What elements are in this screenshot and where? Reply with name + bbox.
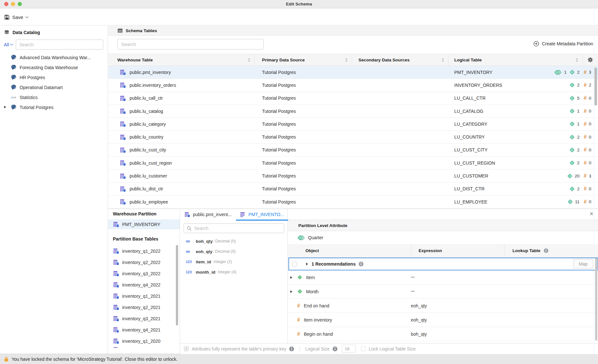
tab-warehouse-table[interactable]: public.pmt_invent... [180, 209, 236, 221]
grid-settings-button[interactable] [583, 54, 598, 66]
list-item[interactable]: 123 item_id : Integer (2) [180, 257, 287, 267]
sidebar-item-forecasting-dw[interactable]: Forecasting Data Warehouse [0, 62, 108, 72]
sort-arrows-icon[interactable] [575, 58, 578, 62]
list-item[interactable]: inventory_q1_2021 [108, 290, 180, 302]
list-item[interactable]: inventory_q4_2021 [108, 324, 180, 335]
create-metadata-partition-button[interactable]: Create Metadata Partition [533, 41, 593, 47]
sort-arrows-icon[interactable] [345, 58, 348, 62]
list-item[interactable]: inventory_q2_2021 [108, 302, 180, 313]
info-icon[interactable] [358, 261, 364, 267]
postgres-icon [11, 54, 17, 60]
table-row-inventory-orders[interactable]: public.inventory_orders Tutorial Postgre… [108, 79, 598, 92]
table-row-lu-customer[interactable]: public.lu_customer Tutorial Postgres LU_… [108, 169, 598, 182]
catalog-filter-value: All [4, 42, 9, 47]
column-name: eoh_qty [196, 249, 213, 254]
list-item[interactable]: 123 month_id : Integer (4) [180, 267, 287, 277]
sidebar-item-statistics[interactable]: Statistics [0, 92, 108, 102]
fact-hash-icon: # [584, 134, 587, 140]
object-name: Month [306, 289, 319, 294]
lock-logical-size-checkbox[interactable] [361, 346, 366, 351]
primary-key-checkbox[interactable]: ✓ [184, 346, 189, 351]
base-tables-scrollbar[interactable] [176, 245, 178, 325]
save-button[interactable]: Save [4, 13, 28, 21]
columns-search-input[interactable] [194, 226, 281, 231]
map-button[interactable]: Map [573, 259, 593, 268]
list-item[interactable]: inventory_q2_2022 [108, 257, 180, 268]
table-scrollbar[interactable] [594, 68, 597, 105]
list-item[interactable]: inventory_q1_2020 [108, 335, 180, 347]
sidebar-item-hr-postgres[interactable]: HR Postgres [0, 72, 108, 82]
attribute-diamond-icon [297, 289, 302, 294]
attribute-count: 2 [577, 148, 580, 152]
secondary-data-sources-cell [352, 144, 449, 156]
warehouse-table-name: public.lu_cust_city [130, 147, 166, 152]
info-icon[interactable] [289, 346, 294, 351]
sidebar-item-advanced-dw[interactable]: Advanced Data Warehousing War... [0, 52, 108, 62]
catalog-search-input[interactable] [16, 40, 103, 50]
fact-hash-icon: # [584, 121, 587, 127]
object-row-item-inventory[interactable]: # Item inventory eoh_qty [288, 313, 598, 327]
object-row-month[interactable]: Month ... [288, 285, 598, 299]
object-name: Begin on hand [304, 332, 333, 337]
list-item[interactable]: inventory_q3_2021 [108, 313, 180, 324]
sort-arrows-icon[interactable] [248, 58, 250, 62]
fact-count: 0 [589, 109, 591, 114]
table-row-lu-catalog[interactable]: public.lu_catalog Tutorial Postgres LU_C… [108, 105, 598, 118]
selected-partition-table[interactable]: PMT_INVENTORY [108, 219, 180, 229]
logical-size-input[interactable] [342, 345, 356, 353]
object-row-end-on-hand[interactable]: # End on hand eoh_qty [288, 299, 598, 313]
object-row-item[interactable]: Item ... [288, 270, 598, 285]
expand-caret-icon[interactable] [290, 276, 292, 279]
sort-arrows-icon[interactable] [441, 58, 444, 62]
list-item[interactable]: ∞ boh_qty : Decimal (0) [180, 236, 287, 246]
sidebar-item-tutorial-postgres[interactable]: Tutorial Postgres [0, 102, 108, 112]
divider [300, 346, 300, 351]
expand-caret-icon[interactable] [306, 263, 308, 265]
logical-table-name: INVENTORY_ORDERS [454, 83, 502, 88]
table-row-lu-call-ctr[interactable]: public.lu_call_ctr Tutorial Postgres LU_… [108, 92, 598, 105]
list-item[interactable]: inventory_q4_2022 [108, 279, 180, 290]
table-row-lu-cust-region[interactable]: public.lu_cust_region Tutorial Postgres … [108, 157, 598, 169]
data-catalog-title: Data Catalog [13, 30, 40, 35]
column-header-primary-data-source[interactable]: Primary Data Source [255, 54, 352, 66]
logical-table-name: LU_CUST_REGION [454, 160, 495, 166]
attribute-rows-scrollbar[interactable] [595, 258, 597, 341]
info-icon[interactable] [544, 248, 548, 253]
fact-count: 0 [589, 122, 591, 126]
expand-caret-icon[interactable] [4, 106, 6, 108]
sidebar-item-operational-datamart[interactable]: Operational Datamart [0, 82, 108, 92]
table-row-lu-dist-ctr[interactable]: public.lu_dist_ctr Tutorial Postgres LU_… [108, 183, 598, 196]
recommendations-checkbox[interactable] [292, 262, 297, 267]
warehouse-table-name: public.lu_catalog [130, 109, 163, 114]
list-item[interactable]: inventory_q3_2022 [108, 268, 180, 279]
warehouse-table-icon [120, 173, 126, 179]
recommendations-row[interactable]: 1 Recommendations Map [288, 258, 598, 270]
close-icon[interactable]: ✕ [589, 211, 593, 216]
schema-tables-search-input[interactable] [117, 39, 264, 50]
primary-data-source-cell: Tutorial Postgres [255, 144, 352, 156]
table-row-lu-employee[interactable]: public.lu_employee Tutorial Postgres LU_… [108, 196, 598, 208]
table-row-lu-country[interactable]: public.lu_country Tutorial Postgres LU_C… [108, 131, 598, 143]
table-row-lu-category[interactable]: public.lu_category Tutorial Postgres LU_… [108, 118, 598, 131]
table-row-pmt-inventory[interactable]: public.pmt_inventory Tutorial Postgres P… [108, 66, 598, 79]
list-item[interactable]: ∞ eoh_qty : Decimal (0) [180, 246, 287, 257]
partition-attribute-row[interactable]: Quarter [288, 231, 598, 244]
save-dropdown-chevron-icon[interactable] [25, 15, 29, 18]
primary-data-source-cell: Tutorial Postgres [255, 157, 352, 169]
table-row-lu-cust-city[interactable]: public.lu_cust_city Tutorial Postgres LU… [108, 144, 598, 157]
attribute-diamond-icon [569, 96, 575, 101]
expand-caret-icon[interactable] [290, 290, 292, 293]
column-header-warehouse-table[interactable]: Warehouse Table [108, 54, 255, 66]
object-counts: 2 #0 [569, 160, 593, 166]
tab-logical-table[interactable]: PMT_INVENTO... [236, 209, 288, 221]
lock-icon [4, 356, 9, 362]
column-header-secondary-data-sources[interactable]: Secondary Data Sources [352, 54, 449, 66]
column-header-logical-table[interactable]: Logical Table [449, 54, 583, 66]
catalog-filter-dropdown[interactable]: All [4, 42, 13, 47]
fact-hash-icon: # [584, 173, 587, 179]
object-row-begin-on-hand[interactable]: # Begin on hand boh_qty [288, 327, 598, 341]
info-icon[interactable] [332, 346, 338, 351]
columns-search-box[interactable] [184, 223, 284, 233]
list-item[interactable]: inventory_q1_2022 [108, 245, 180, 257]
logical-table-cell: LU_CATEGORY 1 #0 [449, 118, 598, 130]
